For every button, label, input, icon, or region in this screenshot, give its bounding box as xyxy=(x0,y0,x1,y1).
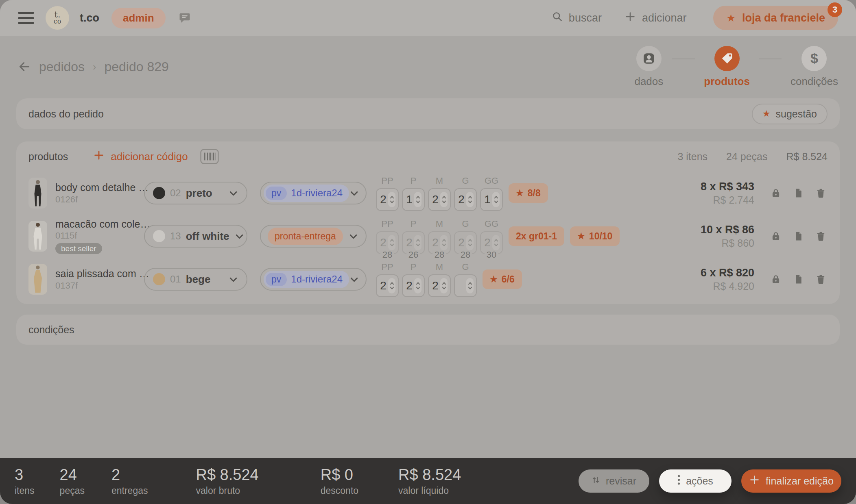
size-qty-value: 2 xyxy=(457,236,465,249)
delete-button[interactable] xyxy=(816,274,826,285)
size-label: M xyxy=(436,176,443,186)
contact-card-icon xyxy=(636,46,662,71)
product-info: macacão com cole… 0115f best seller xyxy=(55,218,144,254)
plus-icon xyxy=(625,11,636,25)
best-seller-badge: best seller xyxy=(55,243,102,254)
back-arrow-icon[interactable] xyxy=(18,60,31,73)
stepper-arrows-icon[interactable] xyxy=(492,192,500,207)
stat-desconto: R$ 0 desconto xyxy=(321,467,358,495)
stat-value: R$ 8.524 xyxy=(398,467,461,482)
tab-condicoes[interactable]: $ condições xyxy=(790,46,838,88)
order-data-panel: dados do pedido ★ sugestão xyxy=(16,98,840,129)
color-code: 02 xyxy=(170,187,181,199)
color-select[interactable]: 02 preto xyxy=(144,182,247,204)
size-label: P xyxy=(411,219,417,229)
add-code-button[interactable]: adicionar código xyxy=(93,150,188,164)
size-grid: PP 2 P 2 M 2 xyxy=(376,262,477,297)
chevron-down-icon xyxy=(234,231,245,241)
size-cell: G 2 28 xyxy=(454,219,477,254)
star-icon: ★ xyxy=(726,12,735,24)
panel-title: produtos xyxy=(28,151,68,163)
duplicate-button[interactable] xyxy=(793,188,804,198)
stat-entregas: 2 entregas xyxy=(111,467,148,495)
stat-label: entregas xyxy=(111,486,148,495)
stepper-arrows-icon[interactable] xyxy=(388,235,395,250)
avatar[interactable]: t. co xyxy=(46,6,69,30)
stepper-arrows-icon[interactable] xyxy=(492,235,500,250)
size-qty-stepper[interactable]: 2 xyxy=(428,274,451,297)
delete-button[interactable] xyxy=(816,231,826,241)
size-qty-stepper[interactable] xyxy=(454,274,477,297)
size-qty-stepper[interactable]: 2 xyxy=(454,188,477,211)
size-qty-value: 2 xyxy=(405,236,413,249)
breadcrumb-parent[interactable]: pedidos xyxy=(39,59,85,74)
price-main: 6 x R$ 820 xyxy=(701,266,754,279)
review-button[interactable]: revisar xyxy=(579,469,649,493)
lock-button[interactable] xyxy=(771,274,781,285)
size-cell: M 2 28 xyxy=(428,219,451,254)
size-qty-stepper[interactable]: 2 xyxy=(402,274,425,297)
size-qty-stepper[interactable]: 2 xyxy=(376,274,399,297)
stepper-arrows-icon[interactable] xyxy=(466,235,474,250)
duplicate-button[interactable] xyxy=(793,231,804,241)
product-info: body com detalhe … 0126f xyxy=(55,182,144,204)
tab-dados[interactable]: dados xyxy=(634,46,663,88)
size-qty-value: 2 xyxy=(379,279,387,292)
lock-button[interactable] xyxy=(771,231,781,241)
topbar-left: t. co t.co admin xyxy=(18,6,191,30)
stepper-arrows-icon[interactable] xyxy=(466,192,474,207)
stepper-arrows-icon[interactable] xyxy=(388,278,395,293)
summary-footer: 3 itens 24 peças 2 entregas R$ 8.524 val… xyxy=(0,458,856,504)
color-select[interactable]: 13 off white xyxy=(144,225,247,248)
size-cell: P 1 xyxy=(402,176,425,211)
delivery-value: 1d-riviera24 xyxy=(291,274,343,285)
delivery-select[interactable]: pv 1d-riviera24 xyxy=(260,268,367,291)
row-actions xyxy=(771,274,826,285)
size-qty-stepper[interactable]: 2 xyxy=(428,188,451,211)
product-info: saia plissada com … 0137f xyxy=(55,268,144,291)
stat-value: R$ 0 xyxy=(321,467,358,482)
stat-label: valor líquido xyxy=(398,486,461,495)
stepper-arrows-icon[interactable] xyxy=(414,235,421,250)
finalize-button[interactable]: finalizar edição xyxy=(741,469,841,493)
completion-text: 10/10 xyxy=(589,231,613,242)
size-qty-value: 2 xyxy=(379,236,387,249)
stepper-arrows-icon[interactable] xyxy=(440,192,448,207)
delivery-select[interactable]: pronta-entrega xyxy=(260,225,367,248)
size-qty-stepper[interactable]: 1 xyxy=(480,188,503,211)
color-select[interactable]: 01 bege xyxy=(144,268,247,291)
delivery-value-pill: pv 1d-riviera24 xyxy=(264,271,349,288)
products-header: produtos adicionar código 3 itens 24 peç… xyxy=(28,141,828,172)
delete-button[interactable] xyxy=(816,188,826,198)
barcode-scanner-icon[interactable] xyxy=(200,149,219,164)
stepper-arrows-icon[interactable] xyxy=(440,278,448,293)
size-qty-stepper[interactable]: 2 xyxy=(376,188,399,211)
actions-button[interactable]: ações xyxy=(659,469,732,493)
breadcrumb: pedidos › pedido 829 xyxy=(18,59,169,74)
products-panel: produtos adicionar código 3 itens 24 peç… xyxy=(16,141,840,304)
tab-produtos[interactable]: produtos xyxy=(704,46,750,88)
stepper-arrows-icon[interactable] xyxy=(414,278,421,293)
lock-button[interactable] xyxy=(771,188,781,198)
stepper-arrows-icon[interactable] xyxy=(414,192,421,207)
duplicate-button[interactable] xyxy=(793,274,804,285)
row-price: 10 x R$ 86 R$ 860 xyxy=(701,223,754,249)
suggestion-button[interactable]: ★ sugestão xyxy=(752,104,828,124)
notification-count-badge: 3 xyxy=(828,2,842,17)
size-label: PP xyxy=(381,176,393,186)
add-button[interactable]: adicionar xyxy=(625,11,687,25)
search-button[interactable]: buscar xyxy=(552,11,602,25)
size-label: M xyxy=(436,262,443,272)
delivery-select[interactable]: pv 1d-riviera24 xyxy=(260,182,367,204)
size-qty-stepper[interactable]: 1 xyxy=(402,188,425,211)
stepper-arrows-icon[interactable] xyxy=(440,235,448,250)
stepper-arrows-icon[interactable] xyxy=(388,192,395,207)
color-name: off white xyxy=(186,230,229,243)
size-label: PP xyxy=(381,262,393,272)
star-icon: ★ xyxy=(516,188,524,198)
chat-icon[interactable] xyxy=(179,12,191,24)
stepper-arrows-icon[interactable] xyxy=(466,278,474,293)
store-button[interactable]: ★ loja da franciele 3 xyxy=(713,6,838,30)
menu-icon[interactable] xyxy=(18,12,34,24)
chevron-down-icon xyxy=(349,188,359,198)
